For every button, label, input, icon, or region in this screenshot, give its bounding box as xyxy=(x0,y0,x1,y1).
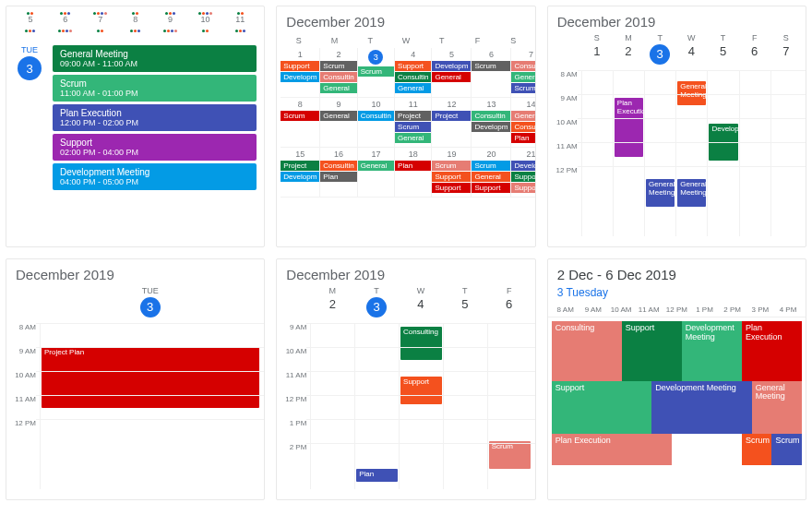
month-event-chip[interactable]: General xyxy=(395,133,431,143)
month-event-chip[interactable]: Consultin xyxy=(395,72,431,82)
day-body[interactable]: 8 AM9 AM10 AM11 AM12 PM Project Plan xyxy=(6,323,264,489)
mini-day-cell[interactable] xyxy=(84,28,117,34)
month-day-cell[interactable]: 8Scrum xyxy=(281,98,320,148)
month-event-chip[interactable]: Support xyxy=(432,183,471,193)
day-column[interactable]: Project Plan xyxy=(40,323,260,489)
month-day-cell[interactable]: 20ScrumGeneralSupport xyxy=(472,148,511,198)
month-event-chip[interactable]: Consultin xyxy=(472,111,510,121)
month-event-chip[interactable]: Project xyxy=(395,111,431,121)
month-day-cell[interactable]: 10Consultin xyxy=(358,98,395,148)
month-event-chip[interactable]: Developm xyxy=(432,61,471,71)
week-day-header[interactable]: T3 xyxy=(354,286,399,319)
month-event-chip[interactable]: Consultin xyxy=(320,161,356,171)
month-event-chip[interactable]: Developm xyxy=(511,161,535,171)
month-event-chip[interactable]: Support xyxy=(432,172,471,182)
agenda-event[interactable]: Development Meeting04:00 PM - 05:00 PM xyxy=(53,163,257,190)
week-column[interactable] xyxy=(443,323,487,489)
week-event-block[interactable]: Support xyxy=(400,377,442,404)
month-day-cell[interactable]: 4SupportConsultinGeneral xyxy=(395,48,432,98)
month-event-chip[interactable]: Support xyxy=(281,61,319,71)
mini-day-cell[interactable] xyxy=(189,28,222,34)
month-day-cell[interactable]: 11ProjectScrumGeneral xyxy=(395,98,432,148)
month-day-cell[interactable]: 21DevelopmSupportSupport xyxy=(511,148,535,198)
month-event-chip[interactable]: General xyxy=(320,83,356,93)
week-column[interactable]: General Meeting xyxy=(644,70,675,236)
month-day-cell[interactable]: 2ScrumConsultinGeneral xyxy=(320,48,357,98)
timeline-event-box[interactable]: Consulting xyxy=(552,321,622,381)
agenda-event[interactable]: Support02:00 PM - 04:00 PM xyxy=(53,134,257,161)
week-event-block[interactable]: General Meeting xyxy=(677,179,706,207)
month-event-chip[interactable]: General xyxy=(511,72,535,82)
mini-day-cell[interactable]: 10 xyxy=(189,10,222,26)
month-event-chip[interactable]: Scrum xyxy=(281,111,319,121)
mini-day-cell[interactable] xyxy=(119,28,152,34)
month-event-chip[interactable]: Scrum xyxy=(472,161,510,171)
mini-day-cell[interactable]: 8 xyxy=(119,10,152,26)
mini-day-cell[interactable] xyxy=(14,28,47,34)
month-event-chip[interactable]: Scrum xyxy=(511,83,535,93)
month-day-cell[interactable]: 18Plan xyxy=(395,148,432,198)
month-event-chip[interactable]: Consultin xyxy=(320,72,356,82)
week-event-block[interactable]: General Meeting xyxy=(646,179,675,207)
month-event-chip[interactable]: Support xyxy=(472,183,510,193)
mini-day-cell[interactable]: 6 xyxy=(49,10,82,26)
agenda-event[interactable]: Plan Execution12:00 PM - 02:00 PM xyxy=(53,104,257,131)
timeline-event-box[interactable]: Support xyxy=(622,321,682,381)
month-event-chip[interactable]: General xyxy=(358,161,394,171)
month-event-chip[interactable]: Support xyxy=(511,172,535,182)
timeline-event-box[interactable]: General Meeting xyxy=(752,381,802,434)
month-event-chip[interactable]: General xyxy=(432,72,471,82)
timeline-event-box[interactable]: Scrum xyxy=(742,434,772,465)
agenda-event[interactable]: General Meeting09:00 AM - 11:00 AM xyxy=(53,45,257,72)
week-day-header[interactable]: T5 xyxy=(707,33,738,66)
week-body[interactable]: 8 AM9 AM10 AM11 AM12 PM Plan ExecutionGe… xyxy=(548,70,806,236)
week-day-header[interactable]: F6 xyxy=(739,33,770,66)
month-day-cell[interactable]: 5DevelopmGeneral xyxy=(432,48,472,98)
month-event-chip[interactable]: General xyxy=(472,172,510,182)
week-column[interactable] xyxy=(770,70,802,236)
month-event-chip[interactable]: Scrum xyxy=(472,61,510,71)
mini-day-cell[interactable] xyxy=(223,28,257,34)
mini-day-cell[interactable] xyxy=(154,28,187,34)
month-event-chip[interactable]: Developm xyxy=(281,72,319,82)
workweek-body[interactable]: 9 AM10 AM11 AM12 PM1 PM2 PM PlanConsulti… xyxy=(277,323,534,489)
week-column[interactable]: Development xyxy=(707,70,738,236)
mini-calendar[interactable]: 5 6 7 8 9 10 11 xyxy=(6,6,264,38)
month-event-chip[interactable]: Scrum xyxy=(320,61,356,71)
month-day-cell[interactable]: 7ConsultinGeneralScrum xyxy=(511,48,535,98)
month-day-cell[interactable]: 1SupportDevelopm xyxy=(281,48,320,98)
month-grid[interactable]: 1SupportDevelopm 2ScrumConsultinGeneral … xyxy=(277,48,534,198)
month-day-cell[interactable]: 16ConsultinPlan xyxy=(320,148,357,198)
week-column[interactable] xyxy=(310,323,354,489)
timeline-event-box[interactable]: Scrum xyxy=(771,434,802,465)
week-day-header[interactable]: S7 xyxy=(770,33,802,66)
month-event-chip[interactable]: General xyxy=(395,83,431,93)
week-event-block[interactable]: Scrum xyxy=(489,441,531,469)
month-event-chip[interactable]: Plan xyxy=(395,161,431,171)
mini-day-cell[interactable]: 5 xyxy=(14,10,47,26)
week-event-block[interactable]: Consulting xyxy=(400,327,442,360)
month-event-chip[interactable]: Consultin xyxy=(511,122,535,132)
week-day-header[interactable]: W4 xyxy=(399,286,443,319)
month-event-chip[interactable]: Project xyxy=(281,161,319,171)
week-column[interactable]: ConsultingSupport xyxy=(399,323,443,489)
timeline-body[interactable]: ConsultingSupportDevelopment MeetingPlan… xyxy=(552,321,802,497)
week-day-header[interactable]: S1 xyxy=(581,33,613,66)
month-event-chip[interactable]: General xyxy=(511,111,535,121)
month-event-chip[interactable]: Scrum xyxy=(395,122,431,132)
week-column[interactable]: Plan xyxy=(354,323,399,489)
month-event-chip[interactable]: Consultin xyxy=(511,61,535,71)
week-day-header[interactable]: T5 xyxy=(443,286,487,319)
day-header-col[interactable]: TUE 3 xyxy=(40,286,260,319)
month-day-cell[interactable]: 14GeneralConsultinPlan xyxy=(511,98,535,148)
month-day-cell[interactable]: 17General xyxy=(358,148,395,198)
month-day-cell[interactable]: 6Scrum xyxy=(472,48,511,98)
timeline-event-box[interactable]: Plan Execution xyxy=(742,321,802,381)
week-column[interactable] xyxy=(581,70,613,236)
week-column[interactable] xyxy=(739,70,770,236)
month-day-cell[interactable]: 13ConsultinDevelopm xyxy=(472,98,511,148)
timeline-event-box[interactable]: Development Meeting xyxy=(651,381,752,434)
mini-day-cell[interactable]: 11 xyxy=(223,10,257,26)
month-event-chip[interactable]: Plan xyxy=(511,133,535,143)
timeline-event-box[interactable]: Development Meeting xyxy=(682,321,742,381)
